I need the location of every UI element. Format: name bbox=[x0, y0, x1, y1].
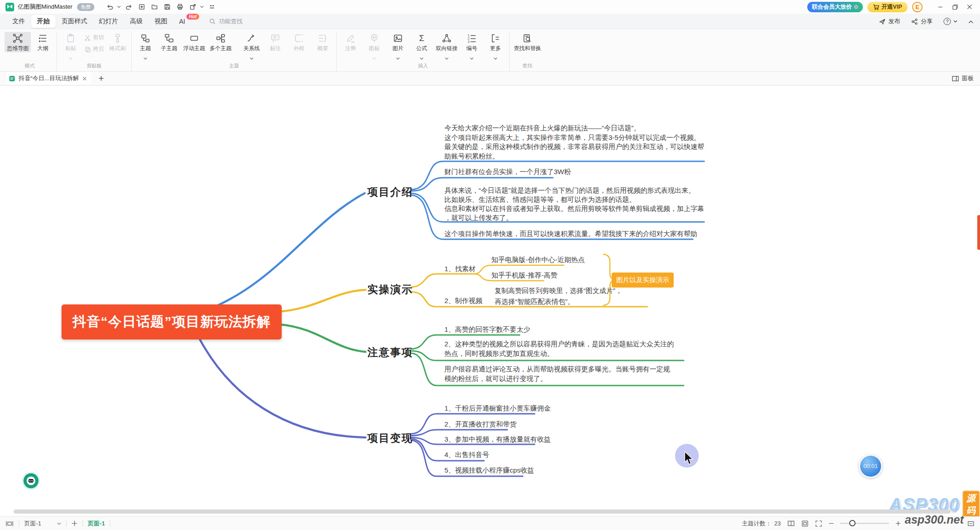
minimize-button[interactable] bbox=[934, 1, 947, 12]
central-topic[interactable]: 抖音“今日话题”项目新玩法拆解 bbox=[62, 304, 282, 340]
mindmap-mode-button[interactable]: 思维导图 bbox=[5, 32, 31, 52]
page-overview-button[interactable] bbox=[5, 520, 14, 527]
topic-button[interactable]: 主题 bbox=[134, 32, 157, 62]
open-file-button[interactable] bbox=[149, 2, 160, 12]
topic-node[interactable]: 复制高赞回答到剪映里，选择“图文成片”， 再选择“智能匹配表情包”。 bbox=[495, 285, 622, 307]
page-fit-button[interactable] bbox=[967, 520, 975, 527]
share-button[interactable]: 分享 bbox=[911, 17, 933, 26]
avatar[interactable]: E bbox=[912, 2, 923, 12]
format-painter-button[interactable]: 格式刷 bbox=[106, 32, 129, 52]
floating-topic-icon bbox=[189, 33, 200, 44]
numbering-button[interactable]: 123 编号 bbox=[460, 32, 484, 62]
close-tab-icon[interactable] bbox=[83, 77, 87, 81]
new-tab-button[interactable] bbox=[98, 76, 104, 81]
add-page-button[interactable] bbox=[72, 520, 77, 526]
tab-slideshow[interactable]: 幻灯片 bbox=[93, 15, 124, 28]
restore-button[interactable] bbox=[948, 1, 962, 12]
cut-button[interactable]: 剪切 bbox=[84, 34, 104, 41]
print-button[interactable] bbox=[175, 2, 186, 12]
zoom-in-button[interactable] bbox=[896, 521, 901, 526]
mindmap-canvas[interactable]: 抖音“今日话题”项目新玩法拆解 项目介绍 实操演示 注意事项 项目变现 今天给大… bbox=[0, 86, 980, 516]
page-tab[interactable]: 页面-1 bbox=[88, 520, 105, 528]
topic-node[interactable]: 这个项目操作简单快速，而且可以快速积累流量。希望我接下来的介绍对大家有帮助 bbox=[444, 229, 697, 238]
paste-button[interactable]: 粘贴 bbox=[59, 32, 83, 62]
comment-icon bbox=[345, 33, 356, 44]
branch-label-intro[interactable]: 项目介绍 bbox=[367, 185, 413, 199]
topic-node[interactable]: 具体来说，“今日话题”就是选择一个当下热门的话题，然后用视频的形式表现出来。 比… bbox=[444, 186, 704, 222]
fit-window-button[interactable] bbox=[801, 520, 809, 527]
boundary-button[interactable]: 外框 bbox=[287, 32, 311, 52]
member-promo-banner[interactable]: 联合会员大放价✿ bbox=[807, 2, 863, 12]
topic-node[interactable]: 2、制作视频 bbox=[444, 296, 482, 305]
comment-button[interactable]: 注释 bbox=[339, 32, 362, 52]
tab-file[interactable]: 文件 bbox=[6, 15, 31, 28]
export-button[interactable] bbox=[187, 2, 198, 12]
horizontal-scrollbar[interactable] bbox=[14, 509, 951, 514]
floating-topic-button[interactable]: 浮动主题 bbox=[181, 32, 207, 52]
subtopic-button[interactable]: 子主题 bbox=[157, 32, 181, 52]
export-chevron-icon[interactable] bbox=[200, 5, 205, 8]
topic-node[interactable]: 5、视频挂载小程序赚cps收益 bbox=[444, 466, 534, 475]
svg-text:3: 3 bbox=[468, 40, 469, 43]
topic-node[interactable]: 4、出售抖音号 bbox=[444, 450, 489, 459]
topic-node[interactable]: 财门社群有位会员实操，一个月涨了3W粉 bbox=[444, 167, 571, 176]
topic-node[interactable]: 2、开直播收打赏和带货 bbox=[444, 420, 516, 429]
tab-home[interactable]: 开始 bbox=[31, 15, 56, 28]
tab-view[interactable]: 视图 bbox=[149, 15, 173, 28]
slideshow-view-button[interactable] bbox=[787, 520, 795, 527]
copy-button[interactable]: 拷贝 bbox=[84, 45, 104, 53]
document-tab[interactable]: 抖音“今日...目玩法拆解 bbox=[6, 72, 91, 84]
assistant-button[interactable] bbox=[21, 471, 41, 492]
relationship-button[interactable]: 关系线 bbox=[240, 32, 263, 62]
more-button[interactable]: 更多 bbox=[484, 32, 507, 62]
undo-history-chevron-icon[interactable] bbox=[117, 5, 122, 8]
tab-page-style[interactable]: 页面样式 bbox=[56, 15, 93, 28]
topic-node[interactable]: 用户很容易通过评论互动，从而帮助视频获得更多曝光。当账号拥有一定规 模的粉丝后，… bbox=[444, 364, 670, 383]
zoom-slider[interactable] bbox=[840, 523, 889, 524]
topic-node[interactable]: 知乎手机版-推荐-高赞 bbox=[491, 271, 557, 280]
save-button[interactable] bbox=[162, 2, 173, 12]
summary-callout[interactable]: 图片以及实操演示 bbox=[612, 273, 674, 288]
topic-node[interactable]: 今天给大家介绍一个近期在抖音上火爆的新玩法——“今日话题”。 这个项目听起来很高… bbox=[444, 123, 704, 161]
recording-timer[interactable]: 00:01 bbox=[859, 454, 882, 478]
outline-mode-button[interactable]: 大纲 bbox=[31, 32, 55, 52]
customize-toolbar-button[interactable] bbox=[206, 2, 217, 12]
close-button[interactable] bbox=[963, 1, 976, 12]
zoom-slider-knob[interactable] bbox=[849, 520, 856, 526]
fullscreen-button[interactable] bbox=[815, 520, 822, 527]
topic-node[interactable]: 1、高赞的回答字数不要太少 bbox=[444, 325, 530, 334]
vertical-scrollbar[interactable] bbox=[977, 215, 980, 250]
callout-button[interactable]: 标注 bbox=[263, 32, 287, 52]
feature-search[interactable]: 功能查找 bbox=[209, 17, 242, 26]
vip-button[interactable]: 开通VIP bbox=[867, 2, 908, 12]
multi-topic-button[interactable]: 多个主题 bbox=[207, 32, 234, 52]
topic-node[interactable]: 2、这种类型的视频之所以容易获得用户的青睐，是因为选题贴近大众关注的 热点，同时… bbox=[444, 339, 674, 358]
summary-button[interactable]: 概要 bbox=[311, 32, 335, 52]
link-nodes-icon bbox=[441, 33, 452, 44]
find-replace-button[interactable]: 查找和替换 bbox=[511, 32, 543, 52]
paste-icon bbox=[65, 33, 76, 44]
topic-node[interactable]: 1、千粉后开通橱窗挂小黄车赚佣金 bbox=[444, 404, 551, 413]
icon-button[interactable]: 图标 bbox=[362, 32, 386, 62]
tab-ai[interactable]: AI Hot bbox=[173, 15, 191, 27]
zoom-out-button[interactable] bbox=[829, 521, 834, 526]
new-file-button[interactable] bbox=[136, 2, 147, 12]
help-button[interactable]: ? bbox=[944, 18, 957, 25]
topic-node[interactable]: 3、参加中视频，有播放量就有收益 bbox=[444, 435, 551, 444]
tab-advanced[interactable]: 高级 bbox=[124, 15, 149, 28]
redo-button[interactable] bbox=[124, 2, 134, 12]
topic-node[interactable]: 知乎电脑版-创作中心-近期热点 bbox=[491, 255, 585, 264]
publish-button[interactable]: 发布 bbox=[879, 17, 900, 26]
share-icon bbox=[911, 18, 918, 25]
branch-label-notes[interactable]: 注意事项 bbox=[367, 345, 413, 360]
collapse-ribbon-button[interactable] bbox=[968, 20, 974, 24]
picture-button[interactable]: 图片 bbox=[386, 32, 410, 62]
branch-label-demo[interactable]: 实操演示 bbox=[367, 283, 413, 297]
page-selector[interactable]: 页面-1 bbox=[24, 520, 61, 528]
topic-node[interactable]: 1、找素材 bbox=[444, 264, 475, 273]
bidirectional-link-button[interactable]: 双向链接 bbox=[433, 32, 460, 62]
branch-label-monetize[interactable]: 项目变现 bbox=[367, 431, 413, 445]
undo-button[interactable] bbox=[104, 2, 115, 12]
formula-button[interactable]: Σ 公式 bbox=[410, 32, 433, 62]
panel-toggle-button[interactable]: 面板 bbox=[952, 74, 974, 82]
